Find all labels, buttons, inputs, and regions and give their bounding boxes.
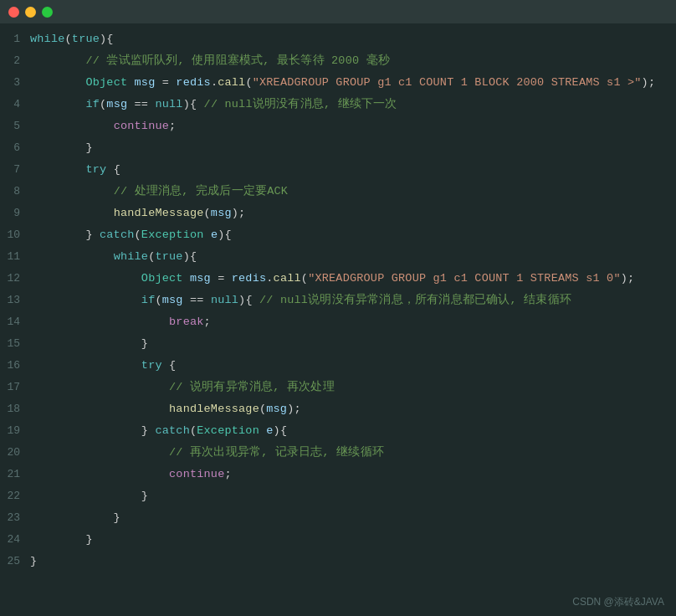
code-line: 7 try { (0, 159, 676, 181)
line-content: } catch(Exception e){ (30, 420, 676, 442)
token-var: msg (266, 403, 287, 415)
token-kw: try (141, 359, 162, 372)
token-plain (30, 468, 169, 480)
code-line: 13 if(msg == null){ // null说明没有异常消息，所有消息… (0, 290, 676, 311)
line-number: 2 (0, 50, 30, 72)
token-cls: Object (141, 272, 183, 285)
token-str: "XREADGROUP GROUP g1 c1 COUNT 1 STREAMS … (308, 272, 621, 285)
line-number: 5 (0, 116, 30, 137)
line-number: 7 (0, 159, 30, 181)
line-content: Object msg = redis.call("XREADGROUP GROU… (30, 72, 676, 94)
code-area: 1while(true){2 // 尝试监听队列, 使用阻塞模式, 最长等待 2… (0, 23, 676, 616)
code-line: 23 } (0, 507, 676, 529)
token-cmt: // null说明没有异常消息，所有消息都已确认, 结束循环 (259, 294, 571, 306)
token-plain (30, 76, 85, 89)
token-cmt: // null说明没有消息, 继续下一次 (204, 98, 397, 110)
line-number: 19 (0, 420, 30, 442)
token-plain: = (155, 76, 176, 89)
code-line: 10 } catch(Exception e){ (0, 224, 676, 246)
token-cls: Object (85, 76, 127, 89)
line-number: 11 (0, 246, 30, 268)
line-content: if(msg == null){ // null说明没有异常消息，所有消息都已确… (30, 290, 676, 311)
line-content: break; (30, 311, 676, 333)
code-line: 12 Object msg = redis.call("XREADGROUP G… (0, 268, 676, 290)
token-special: break (169, 316, 204, 328)
token-special: continue (169, 468, 224, 480)
token-plain: ); (642, 76, 656, 89)
token-cmt: // 处理消息, 完成后一定要ACK (114, 185, 288, 198)
token-plain: ){ (274, 424, 288, 437)
line-content: // 处理消息, 完成后一定要ACK (30, 181, 676, 203)
line-number: 23 (0, 507, 30, 529)
title-bar (0, 0, 676, 23)
token-plain: ; (169, 120, 176, 132)
line-number: 16 (0, 355, 30, 377)
token-method: handleMessage (169, 403, 259, 415)
token-kw: while (114, 250, 149, 263)
token-var: e (211, 228, 218, 241)
token-plain (30, 403, 169, 415)
token-kw: catch (155, 424, 190, 437)
token-kw: while (30, 33, 65, 45)
line-content: } (30, 507, 676, 529)
token-plain: } (30, 141, 93, 154)
token-kw: null (155, 98, 182, 110)
token-plain (30, 272, 141, 285)
token-plain: ){ (218, 228, 232, 241)
token-plain: ( (204, 207, 211, 219)
code-line: 9 handleMessage(msg); (0, 203, 676, 224)
dot-green[interactable] (42, 7, 53, 18)
line-number: 22 (0, 485, 30, 507)
code-line: 11 while(true){ (0, 246, 676, 268)
token-var: msg (135, 76, 156, 89)
token-kw: null (211, 294, 238, 306)
line-content: } (30, 529, 676, 551)
token-plain (127, 76, 134, 89)
code-line: 20 // 再次出现异常, 记录日志, 继续循环 (0, 442, 676, 464)
line-number: 12 (0, 268, 30, 290)
line-number: 15 (0, 333, 30, 355)
line-number: 20 (0, 442, 30, 464)
token-plain: . (211, 76, 218, 89)
token-var: msg (190, 272, 211, 285)
line-content: continue; (30, 116, 676, 137)
line-number: 3 (0, 72, 30, 94)
token-plain: } (30, 424, 155, 437)
token-var: msg (106, 98, 127, 110)
line-content: while(true){ (30, 28, 676, 50)
dot-yellow[interactable] (25, 7, 36, 18)
line-content: handleMessage(msg); (30, 398, 676, 420)
token-plain: ){ (183, 98, 204, 110)
token-plain: } (30, 555, 37, 567)
code-line: 1while(true){ (0, 28, 676, 50)
code-line: 19 } catch(Exception e){ (0, 420, 676, 442)
token-plain (30, 446, 169, 459)
line-content: try { (30, 159, 676, 181)
dot-red[interactable] (8, 7, 19, 18)
line-number: 13 (0, 290, 30, 311)
code-line: 5 continue; (0, 116, 676, 137)
code-line: 14 break; (0, 311, 676, 333)
code-line: 8 // 处理消息, 完成后一定要ACK (0, 181, 676, 203)
token-method: handleMessage (114, 207, 204, 219)
token-plain: } (30, 533, 93, 546)
token-kw: if (85, 98, 100, 110)
token-plain (30, 381, 169, 393)
line-content: } (30, 485, 676, 507)
token-kw: true (72, 33, 100, 45)
token-method: call (218, 76, 245, 89)
token-plain: = (211, 272, 232, 285)
token-var: redis (176, 76, 211, 89)
line-content: // 说明有异常消息, 再次处理 (30, 377, 676, 398)
line-number: 17 (0, 377, 30, 398)
line-number: 8 (0, 181, 30, 203)
token-var: redis (232, 272, 267, 285)
line-content: // 尝试监听队列, 使用阻塞模式, 最长等待 2000 毫秒 (30, 50, 676, 72)
code-line: 15 } (0, 333, 676, 355)
watermark: CSDN @添砖&JAVA (572, 595, 664, 609)
line-number: 21 (0, 464, 30, 485)
token-plain: ( (155, 294, 161, 306)
token-plain (30, 98, 85, 110)
token-plain: == (127, 98, 155, 110)
line-content: if(msg == null){ // null说明没有消息, 继续下一次 (30, 94, 676, 116)
